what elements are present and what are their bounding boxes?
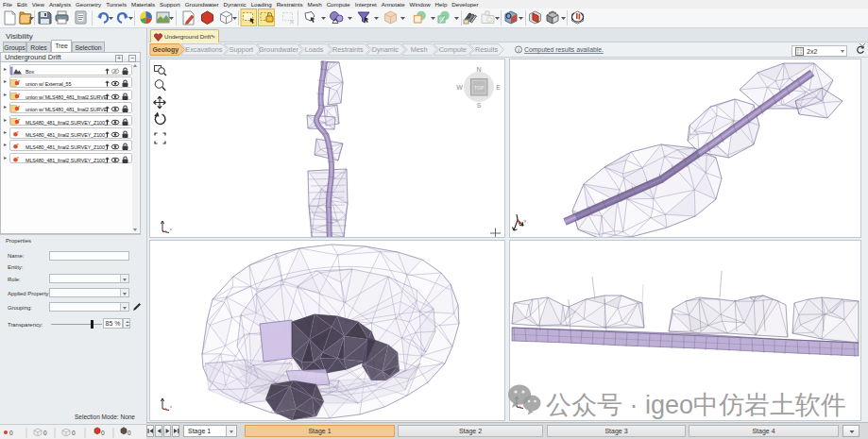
svg-text:TOP: TOP: [474, 85, 485, 91]
svg-text:Groundwater: Groundwater: [259, 45, 298, 54]
svg-text:N: N: [476, 66, 481, 73]
svg-text:Mesh: Mesh: [411, 45, 428, 54]
svg-text:0: 0: [128, 430, 131, 436]
svg-text:i: i: [518, 47, 519, 53]
svg-text:W: W: [456, 84, 463, 91]
svg-text:Excavations: Excavations: [185, 45, 222, 54]
svg-text:0: 0: [43, 430, 47, 436]
svg-text:0: 0: [72, 430, 76, 436]
svg-text:x: x: [170, 227, 172, 231]
svg-text:Results: Results: [475, 45, 498, 54]
svg-text:Support: Support: [230, 45, 253, 54]
svg-text:x: x: [170, 404, 172, 409]
svg-text:Restraints: Restraints: [332, 45, 364, 54]
svg-text:Dynamic: Dynamic: [372, 45, 399, 54]
svg-text:Compute: Compute: [439, 45, 467, 54]
svg-text:Loads: Loads: [305, 45, 324, 54]
svg-text:Geology: Geology: [152, 46, 179, 54]
svg-text:0: 0: [9, 430, 13, 436]
svg-text:E: E: [496, 84, 501, 91]
svg-text:0: 0: [101, 430, 105, 436]
svg-text:公众号 · igeo中仿岩土软件: 公众号 · igeo中仿岩土软件: [546, 391, 846, 419]
svg-text:y: y: [524, 218, 526, 223]
svg-text:S: S: [477, 102, 482, 109]
svg-text:Computed results available.: Computed results available.: [524, 46, 604, 54]
